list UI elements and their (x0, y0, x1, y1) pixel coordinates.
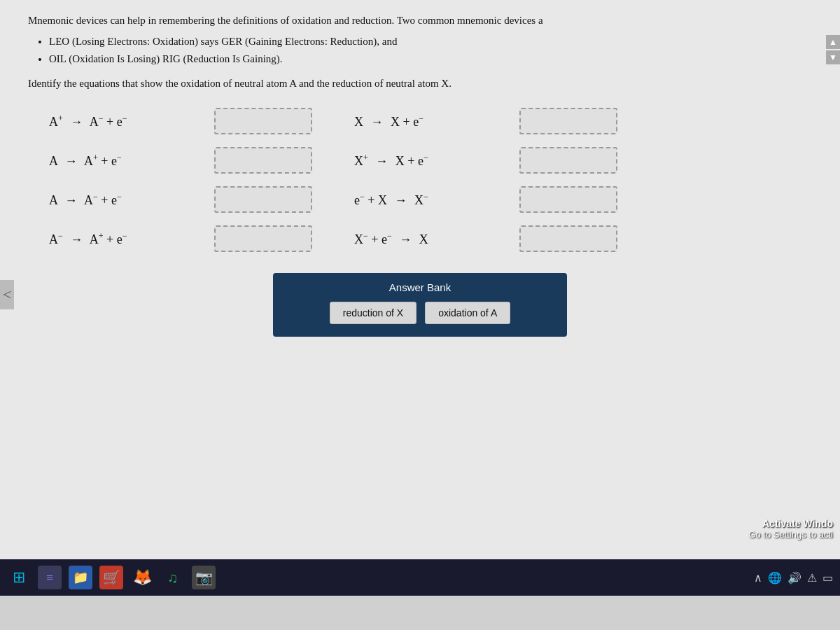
activate-windows-notice: Activate Windo Go to Settings to acti (748, 518, 833, 540)
taskbar-display-icon[interactable]: ▭ (822, 571, 833, 584)
bullet-item-2: OIL (Oxidation Is Losing) RIG (Reduction… (49, 50, 812, 69)
identify-text: Identify the equations that show the oxi… (28, 76, 812, 92)
taskbar-firefox-icon[interactable]: 🦊 (130, 566, 154, 589)
equation-row-r3: e− + X → X− (354, 186, 617, 213)
bullet-item-1: LEO (Losing Electrons: Oxidation) says G… (49, 33, 812, 51)
right-equations-column: X → X + e− X+ → X + e− e− + X → X− (354, 108, 617, 252)
drop-box-r4[interactable] (519, 225, 617, 252)
activate-windows-title: Activate Windo (748, 518, 833, 529)
equation-row-l1: A+ → A− + e− (49, 108, 312, 134)
equation-row-r4: X− + e− → X (354, 225, 617, 252)
drop-box-l3[interactable] (214, 186, 312, 213)
taskbar-left: ⊞ ≡ 📁 🛒 🦊 ♫ 📷 (7, 566, 216, 589)
drop-box-r3[interactable] (519, 186, 617, 213)
right-scroll: ▲ ▼ (826, 35, 840, 64)
taskbar-camera-icon[interactable]: 📷 (192, 566, 216, 589)
drop-box-l2[interactable] (214, 147, 312, 174)
equation-label-l4: A− → A+ + e− (49, 231, 203, 247)
equation-row-l2: A → A+ + e− (49, 147, 312, 174)
equation-label-l3: A → A− + e− (49, 192, 203, 208)
answer-bank-container: Answer Bank reduction of X oxidation of … (245, 273, 595, 337)
activate-windows-subtitle: Go to Settings to acti (748, 529, 833, 540)
bullet-list: LEO (Losing Electrons: Oxidation) says G… (49, 33, 812, 69)
drop-box-r1[interactable] (519, 108, 617, 134)
drop-box-l4[interactable] (214, 225, 312, 252)
equation-label-r4: X− + e− → X (354, 231, 508, 247)
taskbar-alert-icon[interactable]: ⚠ (807, 571, 817, 584)
equation-label-r1: X → X + e− (354, 113, 508, 130)
taskbar: ⊞ ≡ 📁 🛒 🦊 ♫ 📷 ∧ 🌐 🔊 ⚠ ▭ (0, 559, 840, 596)
answer-bank-title: Answer Bank (284, 281, 556, 293)
taskbar-spotify-icon[interactable]: ♫ (161, 566, 185, 589)
windows-button[interactable]: ⊞ (7, 566, 31, 589)
left-equations-column: A+ → A− + e− A → A+ + e− A → A− + e− (49, 108, 312, 252)
answer-bank-items: reduction of X oxidation of A (284, 302, 556, 324)
main-content: Mnemonic devices can help in remembering… (0, 0, 840, 574)
scroll-up-button[interactable]: ▲ (826, 35, 840, 49)
answer-bank: Answer Bank reduction of X oxidation of … (273, 273, 567, 337)
equation-row-l4: A− → A+ + e− (49, 225, 312, 252)
equation-row-r2: X+ → X + e− (354, 147, 617, 174)
taskbar-audio-icon[interactable]: 🔊 (788, 571, 802, 584)
answer-chip-oxidation[interactable]: oxidation of A (425, 302, 510, 324)
equation-label-l2: A → A+ + e− (49, 153, 203, 169)
taskbar-chevron-up-icon[interactable]: ∧ (754, 571, 762, 584)
equation-label-r2: X+ → X + e− (354, 153, 508, 169)
drop-box-l1[interactable] (214, 108, 312, 134)
equation-label-r3: e− + X → X− (354, 192, 508, 208)
taskbar-network-icon[interactable]: 🌐 (768, 571, 782, 584)
equation-label-l1: A+ → A− + e− (49, 113, 203, 130)
answer-chip-reduction[interactable]: reduction of X (330, 302, 416, 324)
taskbar-right: ∧ 🌐 🔊 ⚠ ▭ (754, 571, 833, 584)
nav-left-button[interactable]: < (0, 280, 14, 309)
equation-row-l3: A → A− + e− (49, 186, 312, 213)
taskbar-files-icon[interactable]: 📁 (69, 566, 92, 589)
taskbar-app-icon-1[interactable]: ≡ (38, 566, 62, 589)
equation-row-r1: X → X + e− (354, 108, 617, 134)
intro-paragraph: Mnemonic devices can help in remembering… (28, 13, 812, 29)
scroll-down-button[interactable]: ▼ (826, 50, 840, 64)
drop-box-r2[interactable] (519, 147, 617, 174)
taskbar-store-icon[interactable]: 🛒 (99, 566, 123, 589)
equations-container: A+ → A− + e− A → A+ + e− A → A− + e− (28, 108, 812, 252)
